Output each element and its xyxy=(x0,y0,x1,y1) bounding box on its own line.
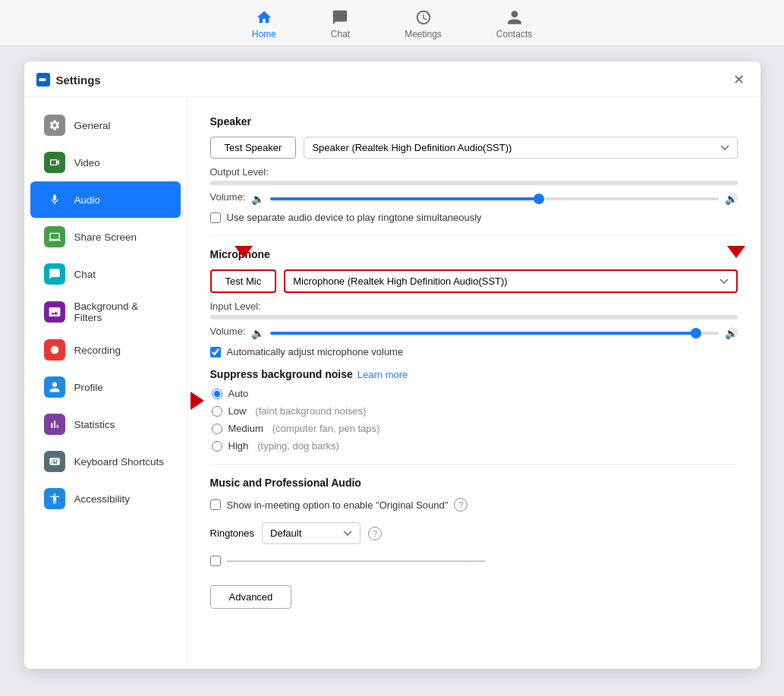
sidebar-item-sharescreen[interactable]: Share Screen xyxy=(30,219,181,255)
sidebar-statistics-label: Statistics xyxy=(74,419,115,430)
sharescreen-icon xyxy=(44,226,65,247)
mic-volume-min-icon: 🔈 xyxy=(251,327,264,339)
ringtones-help-icon[interactable]: ? xyxy=(368,527,382,540)
sidebar-item-general[interactable]: General xyxy=(30,107,181,143)
suppress-low-radio[interactable] xyxy=(212,406,222,417)
volume-max-icon: 🔊 xyxy=(725,193,738,205)
sidebar-keyboard-label: Keyboard Shortcuts xyxy=(74,456,165,468)
mic-volume-row: Volume: 🔈 🔊 xyxy=(210,326,738,340)
suppress-medium-hint: (computer fan, pen taps) xyxy=(272,423,380,434)
auto-adjust-row: Automatically adjust microphone volume xyxy=(210,346,738,357)
suppress-medium-label: Medium xyxy=(228,423,263,434)
suppress-medium-radio[interactable] xyxy=(212,424,222,434)
sidebar-bgfilters-label: Background & Filters xyxy=(74,301,167,323)
original-sound-help-icon[interactable]: ? xyxy=(454,498,468,512)
nav-contacts[interactable]: Contacts xyxy=(484,6,544,43)
chat-icon xyxy=(332,9,348,26)
original-sound-checkbox[interactable] xyxy=(210,499,221,510)
suppress-high-radio[interactable] xyxy=(212,441,222,452)
sidebar-accessibility-label: Accessibility xyxy=(74,493,131,505)
auto-adjust-label: Automatically adjust microphone volume xyxy=(227,346,404,357)
speaker-device-select[interactable]: Speaker (Realtek High Definition Audio(S… xyxy=(304,137,737,159)
nav-meetings-label: Meetings xyxy=(405,29,442,39)
main-area: Settings ✕ General Video xyxy=(0,46,784,684)
mic-volume-label: Volume: xyxy=(210,326,246,337)
arrow-down-mic xyxy=(235,246,253,258)
ringtones-row: Ringtones Default ? xyxy=(210,522,738,544)
sidebar-item-audio[interactable]: Audio xyxy=(30,181,181,218)
speaker-device-row: Test Speaker Speaker (Realtek High Defin… xyxy=(210,137,738,159)
statistics-icon xyxy=(44,414,65,435)
chat-sidebar-icon xyxy=(44,263,65,285)
partial-checkbox-row: ───────────────────────────────────── xyxy=(210,555,738,570)
general-icon xyxy=(44,115,65,136)
nav-chat[interactable]: Chat xyxy=(319,6,362,43)
sidebar-profile-label: Profile xyxy=(74,382,103,393)
suppress-auto-label: Auto xyxy=(228,388,249,399)
sidebar-item-chat[interactable]: Chat xyxy=(30,256,181,292)
settings-content: Speaker Test Speaker Speaker (Realtek Hi… xyxy=(187,97,760,669)
sidebar-item-bgfilters[interactable]: Background & Filters xyxy=(30,293,181,331)
sidebar-item-keyboard[interactable]: Keyboard Shortcuts xyxy=(30,443,181,480)
sidebar-item-video[interactable]: Video xyxy=(30,144,181,181)
output-level-label: Output Level: xyxy=(210,166,738,178)
nav-home-label: Home xyxy=(252,29,276,39)
original-sound-label: Show in-meeting option to enable "Origin… xyxy=(227,499,449,511)
arrow-dropdown-indicator xyxy=(727,246,745,258)
sidebar-item-statistics[interactable]: Statistics xyxy=(30,406,181,442)
svg-point-0 xyxy=(50,346,58,354)
auto-adjust-checkbox[interactable] xyxy=(210,347,221,357)
suppress-low-row: Low (faint background noises) xyxy=(212,405,738,417)
input-level-bar xyxy=(210,315,738,320)
partial-checkbox[interactable] xyxy=(210,556,221,566)
divider-2 xyxy=(210,464,738,465)
speaker-volume-label: Volume: xyxy=(210,191,246,203)
accessibility-icon xyxy=(44,488,65,509)
video-icon xyxy=(44,152,65,173)
speaker-volume-row: Volume: 🔈 🔊 xyxy=(210,191,738,206)
arrow-suppress-indicator xyxy=(190,392,204,410)
suppress-title: Suppress background noise xyxy=(210,368,353,380)
profile-icon xyxy=(44,376,65,398)
learn-more-link[interactable]: Learn more xyxy=(357,369,408,380)
sidebar-audio-label: Audio xyxy=(74,194,101,206)
settings-title: Settings xyxy=(36,73,101,87)
contacts-icon xyxy=(506,9,523,26)
volume-min-icon: 🔈 xyxy=(251,193,264,205)
keyboard-icon xyxy=(44,451,65,472)
close-button[interactable]: ✕ xyxy=(730,71,748,89)
sidebar-chat-label: Chat xyxy=(74,269,96,280)
suppress-high-hint: (typing, dog barks) xyxy=(257,440,339,452)
suppress-options: Auto Low (faint background noises) Mediu… xyxy=(212,388,738,452)
settings-title-text: Settings xyxy=(56,74,101,87)
mic-volume-slider[interactable] xyxy=(270,332,718,335)
nav-contacts-label: Contacts xyxy=(496,29,532,39)
settings-titlebar: Settings ✕ xyxy=(24,61,760,97)
sidebar-item-profile[interactable]: Profile xyxy=(30,369,181,405)
speaker-volume-thumb xyxy=(534,194,544,204)
speaker-volume-slider[interactable] xyxy=(270,197,718,200)
sidebar-video-label: Video xyxy=(74,157,100,168)
nav-meetings[interactable]: Meetings xyxy=(392,6,454,43)
home-icon xyxy=(256,9,272,26)
settings-sidebar: General Video Audio xyxy=(24,97,187,669)
nav-home[interactable]: Home xyxy=(240,6,288,43)
top-navigation: Home Chat Meetings Contacts xyxy=(0,0,784,46)
settings-window: Settings ✕ General Video xyxy=(24,61,760,669)
advanced-button[interactable]: Advanced xyxy=(210,585,292,609)
music-section-title: Music and Professional Audio xyxy=(210,477,738,489)
recording-icon xyxy=(44,339,65,361)
test-mic-button[interactable]: Test Mic xyxy=(210,269,277,293)
separate-device-checkbox[interactable] xyxy=(210,213,221,223)
sidebar-item-accessibility[interactable]: Accessibility xyxy=(30,480,181,517)
suppress-auto-radio[interactable] xyxy=(212,389,222,399)
test-speaker-button[interactable]: Test Speaker xyxy=(210,137,297,159)
mic-volume-max-icon: 🔊 xyxy=(725,327,738,339)
sidebar-item-recording[interactable]: Recording xyxy=(30,332,181,368)
ringtones-select[interactable]: Default xyxy=(262,522,361,544)
input-level-label: Input Level: xyxy=(210,301,738,312)
suppress-title-row: Suppress background noise Learn more xyxy=(210,368,738,380)
mic-section-title: Microphone xyxy=(210,248,738,260)
mic-device-select[interactable]: Microphone (Realtek High Definition Audi… xyxy=(284,269,737,293)
sidebar-recording-label: Recording xyxy=(74,345,121,356)
